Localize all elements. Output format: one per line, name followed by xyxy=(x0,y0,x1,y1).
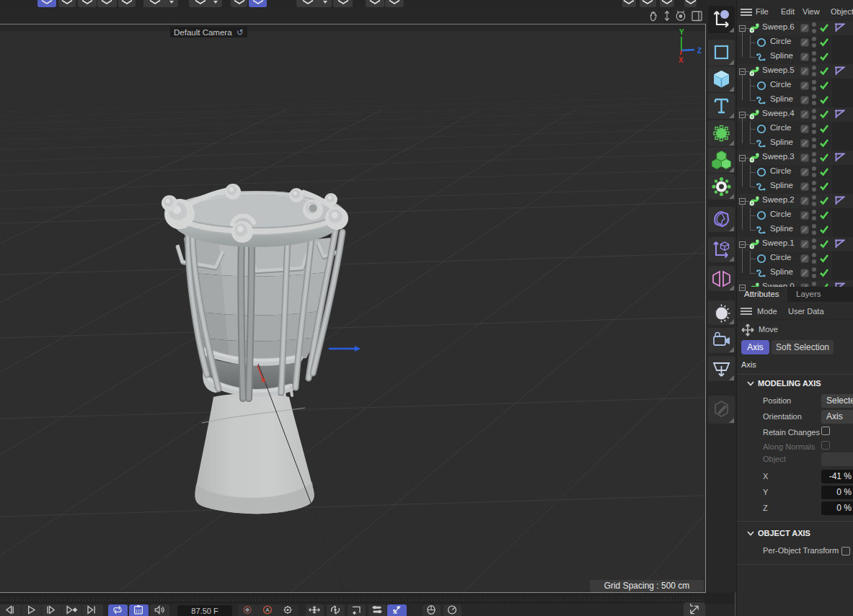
svg-text:A: A xyxy=(265,607,269,613)
svg-text:Y: Y xyxy=(679,28,684,36)
svg-text:X: X xyxy=(679,56,684,63)
svg-text:Z: Z xyxy=(697,47,702,55)
